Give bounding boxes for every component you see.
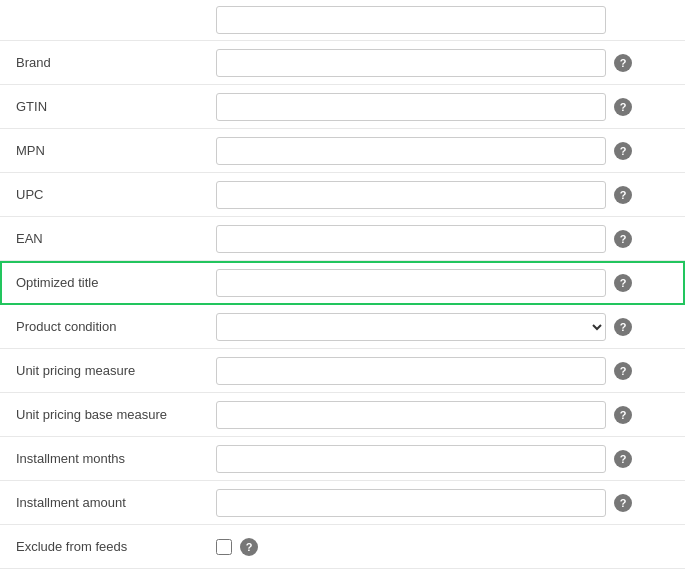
mpn-help-icon[interactable]: ? — [614, 142, 632, 160]
optimized-title-field: ? — [216, 269, 669, 297]
gtin-label: GTIN — [16, 99, 216, 114]
ean-field: ? — [216, 225, 669, 253]
brand-row: Brand ? — [0, 41, 685, 85]
gtin-input[interactable] — [216, 93, 606, 121]
optimized-title-input[interactable] — [216, 269, 606, 297]
unit-pricing-measure-input[interactable] — [216, 357, 606, 385]
unit-pricing-base-measure-field: ? — [216, 401, 669, 429]
upc-row: UPC ? — [0, 173, 685, 217]
unit-pricing-base-measure-row: Unit pricing base measure ? — [0, 393, 685, 437]
exclude-from-feeds-label: Exclude from feeds — [16, 539, 216, 554]
mpn-row: MPN ? — [0, 129, 685, 173]
unit-pricing-measure-field: ? — [216, 357, 669, 385]
installment-amount-row: Installment amount ? — [0, 481, 685, 525]
mpn-label: MPN — [16, 143, 216, 158]
upc-help-icon[interactable]: ? — [614, 186, 632, 204]
exclude-from-feeds-help-icon[interactable]: ? — [240, 538, 258, 556]
unit-pricing-measure-row: Unit pricing measure ? — [0, 349, 685, 393]
unit-pricing-measure-help-icon[interactable]: ? — [614, 362, 632, 380]
top-input-row — [0, 0, 685, 41]
brand-label: Brand — [16, 55, 216, 70]
ean-input[interactable] — [216, 225, 606, 253]
form-container: Brand ? GTIN ? MPN ? UPC ? EAN ? — [0, 0, 685, 569]
ean-label: EAN — [16, 231, 216, 246]
brand-input[interactable] — [216, 49, 606, 77]
optimized-title-help-icon[interactable]: ? — [614, 274, 632, 292]
installment-months-row: Installment months ? — [0, 437, 685, 481]
mpn-field: ? — [216, 137, 669, 165]
ean-row: EAN ? — [0, 217, 685, 261]
product-condition-help-icon[interactable]: ? — [614, 318, 632, 336]
mpn-input[interactable] — [216, 137, 606, 165]
gtin-field: ? — [216, 93, 669, 121]
upc-label: UPC — [16, 187, 216, 202]
exclude-from-feeds-field: ? — [216, 538, 669, 556]
installment-amount-field: ? — [216, 489, 669, 517]
installment-months-input[interactable] — [216, 445, 606, 473]
installment-amount-help-icon[interactable]: ? — [614, 494, 632, 512]
product-condition-field: New Used Refurbished ? — [216, 313, 669, 341]
unit-pricing-measure-label: Unit pricing measure — [16, 363, 216, 378]
product-condition-label: Product condition — [16, 319, 216, 334]
brand-field: ? — [216, 49, 669, 77]
installment-months-help-icon[interactable]: ? — [614, 450, 632, 468]
gtin-row: GTIN ? — [0, 85, 685, 129]
product-condition-row: Product condition New Used Refurbished ? — [0, 305, 685, 349]
installment-amount-label: Installment amount — [16, 495, 216, 510]
exclude-from-feeds-row: Exclude from feeds ? — [0, 525, 685, 569]
exclude-from-feeds-checkbox[interactable] — [216, 539, 232, 555]
ean-help-icon[interactable]: ? — [614, 230, 632, 248]
unit-pricing-base-measure-input[interactable] — [216, 401, 606, 429]
optimized-title-row: Optimized title ? — [0, 261, 685, 305]
top-input[interactable] — [216, 6, 606, 34]
upc-field: ? — [216, 181, 669, 209]
optimized-title-label: Optimized title — [16, 275, 216, 290]
product-condition-select[interactable]: New Used Refurbished — [216, 313, 606, 341]
brand-help-icon[interactable]: ? — [614, 54, 632, 72]
installment-amount-input[interactable] — [216, 489, 606, 517]
unit-pricing-base-measure-label: Unit pricing base measure — [16, 407, 216, 422]
upc-input[interactable] — [216, 181, 606, 209]
gtin-help-icon[interactable]: ? — [614, 98, 632, 116]
installment-months-field: ? — [216, 445, 669, 473]
unit-pricing-base-measure-help-icon[interactable]: ? — [614, 406, 632, 424]
installment-months-label: Installment months — [16, 451, 216, 466]
top-field — [216, 6, 669, 34]
